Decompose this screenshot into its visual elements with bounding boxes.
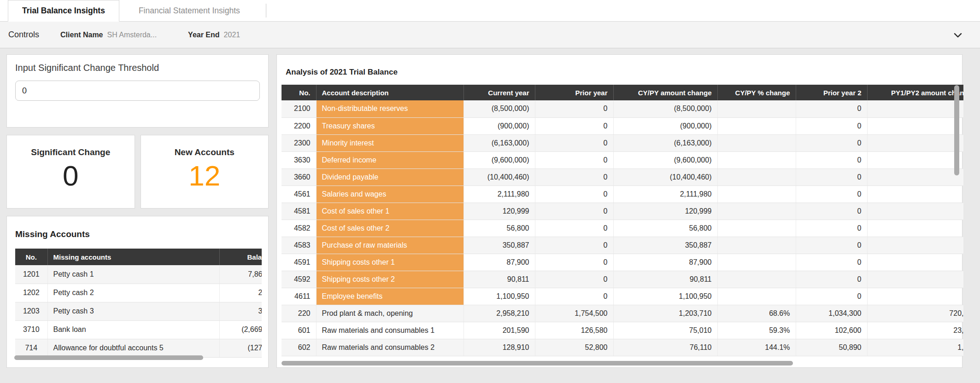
client-name-control[interactable]: Client Name SH Amsterda... — [60, 31, 157, 39]
cell-desc: Prod plant & mach, opening — [316, 305, 464, 322]
cell-balance: 7,86 — [219, 265, 262, 284]
threshold-input[interactable] — [15, 81, 260, 101]
cell-cypy-pct — [717, 220, 796, 237]
table-row[interactable]: 4591Shipping costs other 187,900087,9000 — [282, 254, 963, 271]
cell-current: (10,400,460) — [464, 168, 535, 186]
missing-accounts-panel: Missing Accounts No. Missing accounts Ba… — [6, 216, 269, 368]
table-row[interactable]: 1203Petty cash 33 — [15, 302, 262, 320]
cell-cypy-amount: (8,500,000) — [613, 100, 717, 117]
table-row[interactable]: 2200Treasury shares(900,000)0(900,000)0 — [282, 117, 963, 134]
cell-current: 1,100,950 — [464, 288, 535, 305]
cell-py1py2 — [867, 271, 963, 288]
cell-no: 4583 — [282, 237, 316, 254]
cell-py1py2 — [867, 220, 963, 237]
table-row[interactable]: 220Prod plant & mach, opening2,958,2101,… — [282, 305, 963, 322]
year-end-control[interactable]: Year End 2021 — [188, 31, 240, 39]
cell-prior: 0 — [535, 203, 613, 220]
table-row[interactable]: 602Raw materials and consumables 2128,91… — [282, 339, 963, 356]
table-row[interactable]: 3710Bank loan(2,669 — [15, 320, 262, 339]
cell-desc: Non-distributable reserves — [316, 100, 464, 117]
cell-py1py2 — [867, 117, 963, 134]
cell-current: (900,000) — [464, 117, 535, 134]
analysis-hscrollbar[interactable] — [282, 361, 793, 366]
cell-current: 120,999 — [464, 203, 535, 220]
table-row[interactable]: 2300Minority interest(6,163,000)0(6,163,… — [282, 134, 963, 151]
cell-cypy-amount: 2,111,980 — [613, 186, 717, 203]
header-prior-year-2: Prior year 2 — [796, 85, 867, 100]
cell-no: 1203 — [15, 302, 47, 320]
cell-current: 350,887 — [464, 237, 535, 254]
cell-cypy-pct: 144.1% — [717, 339, 796, 356]
cell-no: 4582 — [282, 220, 316, 237]
cell-cypy-pct — [717, 151, 796, 168]
tab-divider — [266, 4, 266, 17]
dashboard-body: Input Significant Change Threshold Signi… — [0, 48, 980, 368]
header-prior-year: Prior year — [535, 85, 613, 100]
cell-desc: Raw materials and consumables 1 — [316, 322, 464, 339]
cell-no: 4611 — [282, 288, 316, 305]
missing-accounts-title: Missing Accounts — [15, 229, 260, 239]
table-row[interactable]: 1202Petty cash 22 — [15, 284, 262, 302]
table-row[interactable]: 714Allowance for doubtful accounts 5(127 — [15, 339, 262, 357]
cell-py1py2 — [867, 203, 963, 220]
cell-cypy-pct — [717, 237, 796, 254]
chevron-down-icon[interactable] — [951, 29, 964, 43]
cell-desc: Salaries and wages — [316, 186, 464, 203]
table-row[interactable]: 3660Dividend payable(10,400,460)0(10,400… — [282, 168, 963, 186]
significant-change-card: Significant Change 0 — [6, 135, 135, 209]
cell-py1py2: 720, — [867, 305, 963, 322]
controls-bar: Controls Client Name SH Amsterda... Year… — [0, 22, 980, 48]
table-row[interactable]: 4582Cost of sales other 256,800056,8000 — [282, 220, 963, 237]
header-no: No. — [15, 249, 47, 265]
cell-cypy-amount: 120,999 — [613, 203, 717, 220]
header-current-year: Current year — [464, 85, 535, 100]
cell-cypy-amount: 75,010 — [613, 322, 717, 339]
cell-prior: 0 — [535, 271, 613, 288]
cell-no: 3710 — [15, 320, 47, 339]
missing-accounts-hscrollbar[interactable] — [14, 355, 203, 360]
threshold-panel: Input Significant Change Threshold — [6, 54, 269, 128]
kpi-cards-row: Significant Change 0 New Accounts 12 — [6, 135, 269, 209]
cell-prior: 0 — [535, 254, 613, 271]
cell-desc: Cost of sales other 1 — [316, 203, 464, 220]
table-row[interactable]: 4583Purchase of raw materials350,8870350… — [282, 237, 963, 254]
table-row[interactable]: 4561Salaries and wages2,111,98002,111,98… — [282, 186, 963, 203]
cell-no: 4591 — [282, 254, 316, 271]
tab-financial-statement-insights[interactable]: Financial Statement Insights — [125, 0, 254, 21]
cell-no: 714 — [15, 339, 47, 357]
missing-accounts-table-wrap: No. Missing accounts Balance 1201Petty c… — [15, 249, 262, 358]
cell-prior: 1,754,500 — [535, 305, 613, 322]
cell-py1py2 — [867, 100, 963, 117]
header-missing-accounts: Missing accounts — [47, 249, 219, 265]
cell-prior2: 0 — [796, 271, 867, 288]
cell-prior: 126,580 — [535, 322, 613, 339]
tab-trial-balance-insights[interactable]: Trial Balance Insights — [8, 0, 119, 22]
table-row[interactable]: 4611Employee benefits1,100,95001,100,950… — [282, 288, 963, 305]
cell-desc: Minority interest — [316, 134, 464, 151]
cell-no: 2100 — [282, 100, 316, 117]
cell-prior: 0 — [535, 220, 613, 237]
cell-cypy-amount: 56,800 — [613, 220, 717, 237]
header-cypy-amount-change: CY/PY amount change — [613, 85, 717, 100]
new-accounts-card: New Accounts 12 — [141, 135, 269, 209]
table-row[interactable]: 1201Petty cash 17,86 — [15, 265, 262, 284]
cell-no: 2300 — [282, 134, 316, 151]
cell-current: 2,958,210 — [464, 305, 535, 322]
analysis-vscrollbar[interactable] — [954, 85, 959, 175]
cell-no: 2200 — [282, 117, 316, 134]
missing-accounts-header-row: No. Missing accounts Balance — [15, 249, 262, 265]
year-end-label: Year End — [188, 31, 219, 39]
cell-current: 128,910 — [464, 339, 535, 356]
cell-current: 87,900 — [464, 254, 535, 271]
table-row[interactable]: 4581Cost of sales other 1120,9990120,999… — [282, 203, 963, 220]
cell-py1py2 — [867, 288, 963, 305]
significant-change-title: Significant Change — [31, 147, 110, 157]
table-row[interactable]: 3630Deferred income(9,600,000)0(9,600,00… — [282, 151, 963, 168]
table-row[interactable]: 601Raw materials and consumables 1201,59… — [282, 322, 963, 339]
missing-accounts-table: No. Missing accounts Balance 1201Petty c… — [15, 249, 262, 358]
table-row[interactable]: 4592Shipping costs other 290,811090,8110 — [282, 271, 963, 288]
table-row[interactable]: 2100Non-distributable reserves(8,500,000… — [282, 100, 963, 117]
cell-name: Petty cash 3 — [47, 302, 219, 320]
cell-cypy-pct — [717, 100, 796, 117]
cell-no: 3660 — [282, 168, 316, 186]
